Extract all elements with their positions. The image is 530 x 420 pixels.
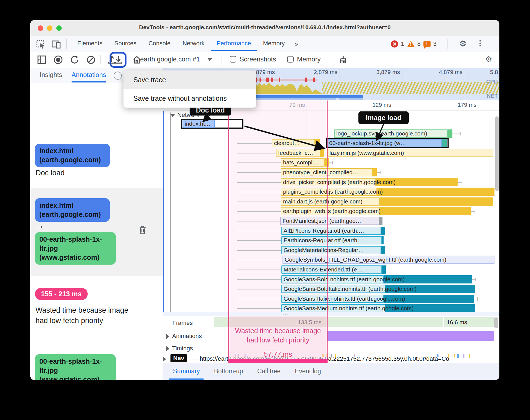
timings-track-label: Timings [166,345,193,352]
entry-pill: 00-earth-splash-1x-ltr.jpg (www.gstatic.… [35,354,116,380]
devtools-tabbar: ElementsSourcesConsoleNetworkPerformance… [30,36,499,52]
screenshot-canvas: DevTools - earth.google.com/static/multi… [0,0,530,420]
tab-elements[interactable]: Elements [71,37,108,51]
nav-marker [454,354,455,357]
annotation-label: Doc load [36,168,65,178]
warning-count: 8 [417,40,421,48]
wasted-time-text: Wasted time because image had low fetch … [229,326,327,345]
error-badge-icon[interactable] [391,40,398,48]
error-count: 1 [401,40,404,48]
memory-checkbox[interactable] [287,56,294,63]
sidebar-tab-annotations[interactable]: Annotations [72,68,106,82]
titlebar: DevTools - earth.google.com/static/multi… [30,20,499,36]
tab-memory[interactable]: Memory [257,37,291,51]
toggle-sidebar-icon[interactable] [37,55,47,65]
wasted-time-duration: 57.77 ms [229,350,327,359]
screenshots-label: Screenshots [240,55,276,63]
toolbar-divider [447,39,447,49]
track-scrollbar[interactable] [494,317,498,328]
expand-triangle-icon[interactable] [166,334,169,339]
clear-icon[interactable] [86,55,96,65]
save-trace-menu: Save traceSave trace without annotations [123,70,256,108]
toolbar-divider [100,55,101,64]
image-load-annotation-label[interactable]: Image load [358,111,409,124]
more-tabs-icon[interactable]: » [291,40,302,48]
nav-track[interactable]: Nav — https://earth.google.com/web/@0..0… [163,354,499,363]
detail-tab-bottom-up[interactable]: Bottom-up [210,364,247,380]
capture-settings-gear-icon[interactable]: ⚙ [485,55,492,63]
performance-toolbar: earth.google.com #1 Screenshots Memory ⚙ [30,52,499,68]
toolbar-divider [222,55,222,64]
wasted-time-overlay: Wasted time because image had low fetch … [228,316,328,363]
record-icon[interactable] [53,55,63,65]
toolbar-divider [66,39,67,49]
frames-track-label: Frames [172,320,193,327]
status-badges: 1 8 3 [391,36,437,52]
kebab-menu-icon[interactable] [477,40,483,46]
detail-tab-call-tree[interactable]: Call tree [254,364,285,380]
nav-badge: Nav [170,354,187,362]
animations-track-label: Animations [166,333,202,340]
warning-badge-icon[interactable] [407,41,415,47]
annotations-sidebar: InsightsAnnotations index.html (earth.go… [30,68,163,380]
tab-network[interactable]: Network [176,37,211,51]
screenshots-checkbox[interactable] [230,56,236,63]
history-caret-icon [207,58,212,61]
delete-annotation-icon[interactable] [137,225,148,235]
expand-triangle-icon[interactable] [166,346,169,351]
entry-pill: 00-earth-splash-1x-ltr.jpg (www.gstatic.… [35,232,116,265]
inspect-element-icon[interactable] [36,40,46,49]
tab-console[interactable]: Console [142,37,176,51]
settings-gear-icon[interactable]: ⚙ [459,40,467,48]
entry-pill: index.html (earth.google.com) [35,144,110,167]
animations-track[interactable]: Animations [163,329,499,343]
tab-performance[interactable]: Performance [211,37,257,51]
timeline-panel: 1,879 ms2,879 ms3,879 ms4,879 ms5,8 CPU … [163,68,499,363]
frame-duration: 16.6 ms [447,319,467,326]
vertical-scrollbar[interactable] [495,116,499,191]
expand-triangle-icon[interactable] [163,357,166,362]
sidebar-tab-insights[interactable]: Insights [40,68,62,82]
download-highlight-ring [110,52,126,68]
reload-record-icon[interactable] [70,55,79,65]
range-pill: 155 - 213 ms [35,288,88,300]
issues-badge-icon[interactable] [423,41,431,47]
memory-label: Memory [297,55,321,63]
device-toolbar-icon[interactable] [52,40,61,49]
issues-count: 3 [433,40,437,48]
tab-sources[interactable]: Sources [108,37,143,51]
entry-pill: index.html (earth.google.com) [35,198,110,222]
frames-track[interactable]: Frames 133.5 ms 16.6 ms [163,316,499,330]
annotation-card-link[interactable]: index.html (earth.google.com) → 00-earth… [30,188,163,276]
memory-option: Memory [287,55,321,63]
screenshots-option: Screenshots [230,55,276,63]
timings-track[interactable]: Timings [163,342,499,354]
detail-tab-event-log[interactable]: Event log [291,364,325,380]
window-title: DevTools - earth.google.com/static/multi… [30,24,499,31]
animations-bar [327,331,494,341]
menu-item-save-trace-without-annotations[interactable]: Save trace without annotations [123,89,256,108]
detail-tabs: SummaryBottom-upCall treeEvent log [163,363,499,380]
annotation-label: Wasted time because image had low fetch … [36,305,131,326]
nav-marker [457,354,459,358]
menu-item-save-trace[interactable]: Save trace [123,70,256,89]
panel-tabs: ElementsSourcesConsoleNetworkPerformance… [71,36,302,52]
detail-tab-summary[interactable]: Summary [169,364,204,380]
link-arrow-icon: → [35,220,44,231]
annotations-count-badge [114,72,122,80]
nav-marker [469,354,470,358]
gc-broom-icon[interactable] [338,55,348,65]
devtools-window: DevTools - earth.google.com/static/multi… [30,20,499,380]
nav-marker [463,354,464,358]
wasted-time-bar [229,359,327,363]
history-select[interactable]: earth.google.com #1 [140,55,200,63]
